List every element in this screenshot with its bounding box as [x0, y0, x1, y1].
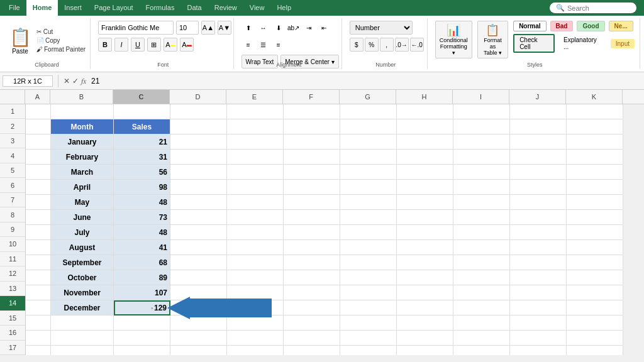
- cell-b3[interactable]: January: [51, 134, 114, 150]
- bold-button[interactable]: B: [98, 38, 112, 52]
- cell-c12[interactable]: 89: [114, 270, 170, 285]
- row-num-1[interactable]: 1: [0, 104, 25, 119]
- cell-g7[interactable]: [340, 195, 397, 210]
- tab-file[interactable]: File: [3, 0, 26, 16]
- cell-c4[interactable]: 31: [114, 150, 170, 165]
- col-header-k[interactable]: K: [566, 90, 623, 104]
- cell-b4[interactable]: February: [51, 150, 114, 165]
- bad-style-button[interactable]: Bad: [550, 21, 574, 31]
- cell-a1[interactable]: [26, 104, 51, 119]
- good-style-button[interactable]: Good: [577, 21, 604, 31]
- cell-c10[interactable]: 41: [114, 240, 170, 255]
- cell-k17[interactable]: [567, 346, 623, 355]
- cell-k16[interactable]: [567, 331, 623, 346]
- cell-a16[interactable]: [26, 331, 51, 346]
- cell-a15[interactable]: [26, 315, 51, 331]
- cell-f12[interactable]: [284, 270, 340, 285]
- cell-i6[interactable]: [453, 180, 510, 195]
- cell-h15[interactable]: [397, 315, 453, 331]
- tab-help[interactable]: Help: [270, 0, 297, 16]
- cell-g1[interactable]: [340, 104, 397, 119]
- col-header-d[interactable]: D: [170, 90, 226, 104]
- cell-j4[interactable]: [510, 150, 567, 165]
- tab-page-layout[interactable]: Page Layout: [88, 0, 140, 16]
- tab-home[interactable]: Home: [26, 0, 58, 16]
- cell-d3[interactable]: [170, 134, 227, 150]
- italic-button[interactable]: I: [114, 38, 128, 52]
- cell-f2[interactable]: [284, 119, 340, 134]
- cell-i7[interactable]: [453, 195, 510, 210]
- cell-a14[interactable]: [26, 300, 51, 315]
- cell-d7[interactable]: [170, 195, 227, 210]
- row-num-2[interactable]: 2: [0, 119, 25, 133]
- cell-j17[interactable]: [510, 346, 567, 355]
- cell-j16[interactable]: [510, 331, 567, 346]
- cell-c14[interactable]: ◦ 129: [114, 300, 170, 315]
- row-num-15[interactable]: 15: [0, 311, 25, 326]
- cell-e12[interactable]: [227, 270, 284, 285]
- cell-b9[interactable]: July: [51, 225, 114, 240]
- row-num-10[interactable]: 10: [0, 237, 25, 251]
- cell-a6[interactable]: [26, 180, 51, 195]
- cell-b10[interactable]: August: [51, 240, 114, 255]
- col-header-c[interactable]: C: [113, 90, 170, 104]
- cell-j12[interactable]: [510, 270, 567, 285]
- cancel-formula-button[interactable]: ✕: [64, 77, 70, 85]
- cell-b12[interactable]: October: [51, 270, 114, 285]
- cell-f5[interactable]: [284, 165, 340, 180]
- cell-b8[interactable]: June: [51, 210, 114, 225]
- cell-g2[interactable]: [340, 119, 397, 134]
- cell-k9[interactable]: [567, 225, 623, 240]
- cell-k1[interactable]: [567, 104, 623, 119]
- cell-j10[interactable]: [510, 240, 567, 255]
- dollar-button[interactable]: $: [350, 38, 364, 52]
- cell-g16[interactable]: [340, 331, 397, 346]
- cell-a2[interactable]: [26, 119, 51, 134]
- cell-j8[interactable]: [510, 210, 567, 225]
- cell-a17[interactable]: [26, 346, 51, 355]
- cell-e4[interactable]: [227, 150, 284, 165]
- cell-e8[interactable]: [227, 210, 284, 225]
- cell-i8[interactable]: [453, 210, 510, 225]
- cell-j2[interactable]: [510, 119, 567, 134]
- cell-f6[interactable]: [284, 180, 340, 195]
- copy-button[interactable]: 📄 Copy: [35, 36, 87, 45]
- search-input[interactable]: [567, 4, 630, 12]
- row-num-7[interactable]: 7: [0, 193, 25, 207]
- cell-e17[interactable]: [227, 346, 284, 355]
- cell-g13[interactable]: [340, 285, 397, 300]
- cell-k15[interactable]: [567, 315, 623, 331]
- col-header-h[interactable]: H: [396, 90, 453, 104]
- cell-i13[interactable]: [453, 285, 510, 300]
- cell-b14[interactable]: December: [51, 300, 114, 315]
- cell-h12[interactable]: [397, 270, 453, 285]
- cell-i14[interactable]: [453, 300, 510, 315]
- cell-j6[interactable]: [510, 180, 567, 195]
- cell-c5[interactable]: 56: [114, 165, 170, 180]
- cell-h16[interactable]: [397, 331, 453, 346]
- cell-f4[interactable]: [284, 150, 340, 165]
- align-middle-button[interactable]: ↔: [257, 21, 270, 35]
- cell-e3[interactable]: [227, 134, 284, 150]
- cell-h14[interactable]: [397, 300, 453, 315]
- align-left-button[interactable]: ≡: [242, 38, 255, 52]
- cell-f15[interactable]: [284, 315, 340, 331]
- decimal-increase-button[interactable]: .0→: [395, 38, 409, 52]
- cell-a13[interactable]: [26, 285, 51, 300]
- border-button[interactable]: ⊞: [147, 38, 161, 52]
- cell-g11[interactable]: [340, 255, 397, 270]
- neutral-style-button[interactable]: Ne...: [609, 21, 633, 31]
- cell-f11[interactable]: [284, 255, 340, 270]
- font-shrink-button[interactable]: A▼: [218, 21, 231, 35]
- cell-f1[interactable]: [284, 104, 340, 119]
- insert-function-button[interactable]: 𝑓𝑥: [81, 77, 86, 85]
- cell-a11[interactable]: [26, 255, 51, 270]
- cell-h5[interactable]: [397, 165, 453, 180]
- formula-input[interactable]: [89, 75, 641, 87]
- align-right-button[interactable]: ≡: [272, 38, 286, 52]
- cell-f17[interactable]: [284, 346, 340, 355]
- row-num-14[interactable]: 14: [0, 296, 25, 310]
- cell-d8[interactable]: [170, 210, 227, 225]
- col-header-f[interactable]: F: [283, 90, 340, 104]
- tab-view[interactable]: View: [243, 0, 271, 16]
